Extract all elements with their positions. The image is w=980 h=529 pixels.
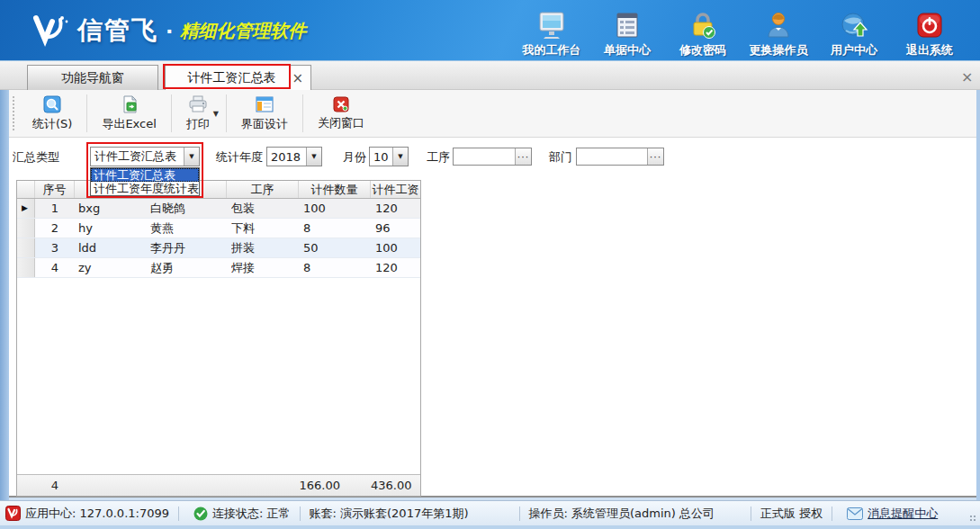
- menu-label: 修改密码: [679, 42, 726, 58]
- row-header[interactable]: [17, 219, 35, 238]
- cell-code: ldd: [78, 238, 145, 257]
- menu-label: 我的工作台: [523, 42, 581, 58]
- year-value: 2018: [267, 150, 306, 164]
- toolbar-drag-handle[interactable]: [12, 95, 16, 131]
- ui-design-button[interactable]: 界面设计: [229, 92, 301, 135]
- toolbar-separator: [171, 94, 172, 132]
- app-center-status: 应用中心: 127.0.0.1:7099: [25, 506, 169, 522]
- stat-button[interactable]: 统计(S): [20, 92, 85, 135]
- tabstrip-close-icon[interactable]: ×: [961, 68, 973, 85]
- current-row-marker-icon: ▶: [22, 203, 28, 212]
- app-center-icon: [5, 506, 21, 521]
- summary-type-combobox[interactable]: 计件工资汇总表 ▼: [90, 147, 200, 166]
- tab-label: 功能导航窗: [61, 70, 124, 86]
- brand-tagline: 精细化管理软件: [180, 19, 306, 43]
- export-excel-button[interactable]: 导出Excel: [89, 92, 168, 135]
- connection-ok-icon: [193, 507, 208, 521]
- license-status: 正式版 授权: [760, 506, 823, 522]
- menu-label: 单据中心: [604, 42, 651, 58]
- statusbar-separator: [519, 507, 520, 521]
- left-edge-strip: [0, 90, 9, 500]
- col-header-qty[interactable]: 计件数量: [299, 181, 371, 198]
- toolbar-separator: [302, 94, 303, 132]
- close-window-button[interactable]: 关闭窗口: [305, 92, 377, 135]
- print-dropdown-icon[interactable]: ▼: [213, 110, 219, 118]
- col-header-process[interactable]: 工序: [227, 181, 299, 198]
- message-center-link[interactable]: 消息提醒中心: [868, 506, 938, 522]
- menu-exit-system[interactable]: 退出系统: [892, 7, 967, 58]
- department-filter-input[interactable]: [577, 148, 647, 165]
- tab-close-icon[interactable]: ×: [292, 70, 303, 86]
- col-header-wage[interactable]: 计件工资: [371, 181, 420, 198]
- menu-document-center[interactable]: 单据中心: [589, 7, 665, 58]
- menu-label: 退出系统: [906, 42, 953, 58]
- chevron-down-icon[interactable]: ▼: [184, 148, 199, 166]
- process-browse-button[interactable]: ···: [515, 148, 531, 165]
- row-header[interactable]: [17, 258, 35, 277]
- dropdown-option[interactable]: 计件工资年度统计表: [91, 182, 199, 195]
- user-icon: [764, 9, 793, 41]
- excel-icon: [121, 95, 139, 113]
- department-filter-label: 部门: [549, 149, 572, 166]
- table-row[interactable]: 3 ldd 李丹丹 拼装 50 100: [17, 238, 420, 258]
- table-row[interactable]: 2 hy 黄燕 下料 8 96: [17, 219, 420, 238]
- chevron-down-icon[interactable]: ▼: [306, 148, 321, 166]
- statusbar-separator: [751, 507, 751, 521]
- cell-qty: 50: [303, 238, 370, 257]
- year-combobox[interactable]: 2018 ▼: [266, 147, 322, 166]
- cell-index: 1: [35, 199, 75, 218]
- menu-my-workspace[interactable]: 我的工作台: [514, 7, 589, 58]
- menu-switch-operator[interactable]: 更换操作员: [741, 7, 816, 58]
- top-banner: 信管飞 · 精细化管理软件 我的工作台 单据中心 修改密码 更换操作: [0, 0, 980, 61]
- month-label: 月份: [343, 149, 366, 166]
- menu-change-password[interactable]: 修改密码: [665, 7, 741, 58]
- menu-label: 更换操作员: [750, 42, 808, 58]
- table-row[interactable]: 4 zy 赵勇 焊接 8 120: [17, 258, 420, 278]
- row-header[interactable]: ▶: [17, 199, 35, 218]
- process-filter-label: 工序: [427, 149, 450, 166]
- cell-process: 包装: [231, 199, 298, 218]
- lock-icon: [688, 9, 717, 41]
- month-combobox[interactable]: 10 ▼: [369, 147, 409, 166]
- statusbar-separator: [178, 507, 179, 521]
- cell-index: 3: [35, 238, 75, 257]
- grid-corner-header[interactable]: [17, 181, 35, 198]
- ui-design-label: 界面设计: [241, 116, 288, 132]
- dropdown-option-selected[interactable]: 计件工资汇总表: [91, 168, 199, 182]
- top-menu: 我的工作台 单据中心 修改密码 更换操作员 用户中心: [514, 7, 967, 58]
- process-filter-input[interactable]: [454, 148, 515, 165]
- print-label: 打印: [186, 116, 210, 132]
- brand-name: 信管飞: [77, 13, 158, 48]
- operator-status: 操作员: 系统管理员(admin) 总公司: [529, 506, 715, 522]
- menu-user-center[interactable]: 用户中心: [816, 7, 892, 58]
- row-header[interactable]: [17, 238, 35, 257]
- document-icon: [613, 9, 642, 41]
- right-edge-strip: [976, 90, 980, 500]
- data-grid: 序号 工序 计件数量 计件工资 ▶ 1 bxg 白晓鸽 包装 100 120 2…: [16, 180, 421, 497]
- table-row[interactable]: ▶ 1 bxg 白晓鸽 包装 100 120: [17, 199, 420, 219]
- cell-wage: 120: [375, 258, 420, 277]
- app-logo-icon: [31, 13, 70, 49]
- col-header-index[interactable]: 序号: [35, 181, 75, 198]
- summary-type-dropdown-list: 计件工资汇总表 计件工资年度统计表: [90, 167, 200, 196]
- chevron-down-icon[interactable]: ▼: [392, 148, 408, 166]
- status-bar: 应用中心: 127.0.0.1:7099 连接状态: 正常 账套: 演示账套(2…: [0, 500, 980, 525]
- cell-index: 4: [35, 258, 75, 277]
- monitor-icon: [536, 9, 567, 41]
- toolbar-separator: [226, 94, 227, 132]
- resize-grip[interactable]: [969, 515, 977, 523]
- cell-name: 李丹丹: [150, 238, 226, 257]
- cell-name: 白晓鸽: [150, 199, 226, 218]
- account-set-status: 账套: 演示账套(2017年第1期): [310, 506, 469, 522]
- tab-function-nav[interactable]: 功能导航窗: [27, 65, 158, 90]
- print-button[interactable]: 打印: [174, 92, 213, 135]
- tab-piece-wage-summary[interactable]: 计件工资汇总表 ×: [165, 65, 311, 90]
- close-window-icon: [333, 95, 349, 112]
- cell-code: bxg: [78, 199, 145, 218]
- menu-label: 用户中心: [831, 42, 877, 58]
- magnifier-icon: [43, 95, 61, 113]
- cell-code: hy: [78, 219, 145, 238]
- stat-label: 统计(S): [32, 116, 72, 132]
- toolbar-separator: [86, 94, 87, 132]
- department-browse-button[interactable]: ···: [647, 148, 663, 165]
